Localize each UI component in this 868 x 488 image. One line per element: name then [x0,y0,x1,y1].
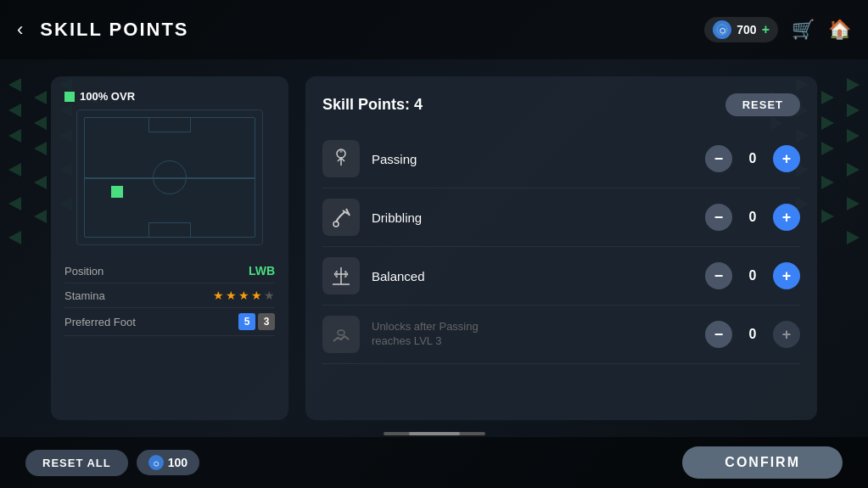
skill-row-balanced: Balanced − 0 + [322,247,800,306]
svg-text:⬡: ⬡ [720,27,725,35]
reset-all-button[interactable]: RESET ALL [25,450,128,476]
passing-minus-button[interactable]: − [705,145,732,172]
cart-icon[interactable]: 🛒 [792,19,815,41]
dribbling-minus-button[interactable]: − [705,204,732,231]
position-row: Position LWB [64,259,275,283]
back-button[interactable]: ‹ [17,19,23,41]
field-goal-top [148,117,191,132]
dribbling-controls: − 0 + [705,204,800,231]
passing-plus-button[interactable]: + [773,145,800,172]
ovr-dot [64,92,75,102]
foot-badges: 5 3 [238,313,275,330]
stamina-label: Stamina [64,289,105,302]
svg-text:⬡: ⬡ [154,461,159,467]
position-label: Position [64,265,104,278]
confirm-button[interactable]: CONFIRM [682,446,843,479]
bottom-bar: RESET ALL ⬡ 100 CONFIRM [0,437,868,488]
svg-point-39 [339,149,343,153]
page-title: SKILL POINTS [40,19,704,41]
star-1: ★ [213,289,224,302]
dribbling-icon [322,199,360,236]
field-goal-bottom [148,222,191,238]
dribbling-value: 0 [744,210,761,225]
star-5: ★ [264,289,275,302]
player-panel: 100% OVR Position LWB Stamina ★ ★ ★ [51,76,288,420]
preferred-foot-row: Preferred Foot 5 3 [64,308,275,336]
cost-icon: ⬡ [148,455,164,470]
currency-amount: 700 [736,23,756,36]
locked-plus-button[interactable]: + [773,321,800,348]
locked-value: 0 [744,327,761,342]
ovr-badge: 100% OVR [64,90,135,103]
balanced-icon [322,257,360,294]
star-4: ★ [251,289,262,302]
stamina-row: Stamina ★ ★ ★ ★ ★ [64,283,275,308]
scroll-indicator [384,432,485,435]
skills-panel: Skill Points: 4 RESET Passing − 0 + [305,76,817,420]
stamina-stars: ★ ★ ★ ★ ★ [213,289,275,302]
star-3: ★ [238,289,249,302]
header: ‹ SKILL POINTS ⬡ 700 + 🛒 🏠 [0,0,868,59]
dribbling-plus-button[interactable]: + [773,204,800,231]
locked-minus-button[interactable]: − [705,321,732,348]
balanced-plus-button[interactable]: + [773,262,800,289]
cost-badge: ⬡ 100 [137,450,199,475]
balanced-value: 0 [744,268,761,283]
skill-row-passing: Passing − 0 + [322,130,800,188]
currency-plus: + [762,22,770,37]
locked-skill-name: Unlocks after Passing reaches LVL 3 [372,320,693,349]
ovr-text: 100% OVR [80,90,135,103]
foot-badge-left: 5 [238,313,255,330]
balanced-controls: − 0 + [705,262,800,289]
header-actions: ⬡ 700 + 🛒 🏠 [704,17,851,42]
skill-row-locked: Unlocks after Passing reaches LVL 3 − 0 … [322,306,800,364]
balanced-minus-button[interactable]: − [705,262,732,289]
passing-name: Passing [372,152,693,166]
preferred-foot-label: Preferred Foot [64,316,136,328]
skills-header: Skill Points: 4 RESET [322,93,800,116]
reset-all-group: RESET ALL ⬡ 100 [25,450,199,476]
home-icon[interactable]: 🏠 [828,19,851,41]
star-2: ★ [226,289,237,302]
passing-value: 0 [744,151,761,166]
passing-controls: − 0 + [705,145,800,172]
skill-row-dribbling: Dribbling − 0 + [322,188,800,247]
scroll-thumb [409,432,460,435]
svg-point-46 [338,330,344,335]
locked-skill-icon [322,316,360,353]
passing-icon [322,140,360,177]
player-marker [111,186,123,198]
currency-icon: ⬡ [713,20,731,39]
currency-badge[interactable]: ⬡ 700 + [704,17,778,42]
skills-title: Skill Points: 4 [322,96,423,114]
foot-badge-right: 3 [258,313,275,330]
dribbling-name: Dribbling [372,210,693,225]
reset-button[interactable]: RESET [725,93,800,116]
player-stats: Position LWB Stamina ★ ★ ★ ★ ★ Preferred… [64,259,275,336]
balanced-name: Balanced [372,269,693,283]
soccer-field [76,109,263,245]
position-value: LWB [249,264,275,278]
field-center-circle [153,160,187,194]
locked-controls: − 0 + [705,321,800,348]
cost-value: 100 [168,456,188,469]
main-content: 100% OVR Position LWB Stamina ★ ★ ★ [0,59,868,437]
